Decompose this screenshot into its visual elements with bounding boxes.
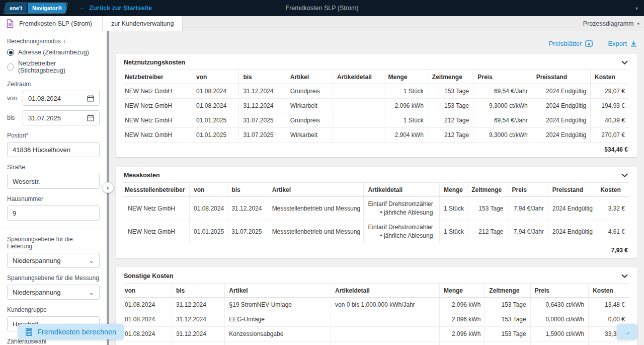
back-arrow-icon: ← — [79, 5, 86, 12]
column-header: von — [124, 284, 172, 298]
spannung-lieferung-select[interactable]: Niederspannung ⌄ — [7, 253, 100, 268]
topbar-caret-down-icon[interactable]: ▾ — [635, 6, 638, 11]
next-page-button[interactable]: → — [617, 324, 637, 339]
table-cell: §19 StromNEV Umlage — [225, 298, 331, 312]
calendar-icon[interactable] — [87, 95, 94, 102]
table-cell: 31.12.2024 — [172, 341, 224, 345]
table-row: NEW Netz GmbH01.08.202431.12.2024Grundpr… — [124, 84, 629, 99]
date-to-input[interactable]: 31.07.2025 — [23, 110, 100, 125]
document-icon — [6, 19, 14, 28]
table-cell: 1 Stück — [439, 220, 467, 243]
column-header: Kosten — [591, 70, 629, 84]
enet-navigator-logo: ene't Navigator® — [4, 3, 68, 13]
table-cell: NEW Netz GmbH — [124, 113, 192, 128]
table-cell: 2024 Endgültig — [548, 220, 596, 243]
preisblaetter-link[interactable]: Preisblätter — [549, 40, 593, 47]
chevron-down-icon[interactable] — [620, 273, 629, 279]
column-header: Artikel — [286, 70, 333, 84]
column-header: von — [190, 183, 227, 197]
column-header: Menge — [439, 284, 485, 298]
table-cell: 29,07 € — [591, 84, 629, 99]
table-cell: NEW Netz GmbH — [124, 197, 190, 220]
table-cell — [333, 84, 384, 99]
table-cell: 01.08.2024 — [192, 99, 239, 113]
column-header: Artikeldetail — [333, 70, 384, 84]
column-header: Preisstand — [532, 70, 590, 84]
back-to-start-link[interactable]: ← Zurück zur Startseite — [79, 5, 152, 12]
chevron-down-icon[interactable] — [620, 59, 629, 65]
logo-brand: ene't — [5, 3, 27, 13]
prozessdiagramm-label: Prozessdiagramm — [583, 20, 634, 27]
table-cell: Messstellenbetrieb und Messung — [268, 197, 364, 220]
postort-value: 41836 Hückelhoven — [13, 146, 70, 154]
table-cell: 2.096 kWh — [439, 312, 485, 327]
column-header: Preisstand — [548, 183, 596, 197]
table-cell: 153 Tage — [428, 99, 473, 113]
strasse-value: Weserstr. — [13, 178, 40, 185]
column-header: Preis — [508, 183, 548, 197]
tab-zur-kundenverwaltung[interactable]: zur Kundenverwaltung — [103, 16, 183, 31]
table-cell: 31.07.2025 — [239, 128, 286, 143]
table-cell: 2.096 kWh — [439, 327, 485, 341]
strasse-input[interactable]: Weserstr. — [7, 174, 100, 189]
table-cell: 31.12.2024 — [172, 312, 224, 327]
hausnummer-input[interactable]: 9 — [7, 205, 100, 221]
radio-netzbetreiber-stichtagsbezug[interactable]: Netzbetreiber (Stichtagsbezug) — [7, 60, 100, 74]
required-asterisk: * — [26, 132, 29, 139]
table-cell — [331, 312, 440, 327]
sonstige-kosten-table: vonbisArtikelArtikeldetailMengeZeitmenge… — [124, 283, 629, 345]
table-row: 01.08.202431.12.2024KWK-Umlageab 0 kWh/J… — [124, 341, 629, 345]
table-cell: 31.12.2024 — [239, 84, 286, 99]
strasse-label: Straße — [7, 164, 100, 171]
table-cell: 01.01.2025 — [192, 113, 239, 128]
table-cell: 0,6430 ct/kWh — [530, 298, 588, 312]
table-cell — [331, 327, 440, 341]
spannung-messung-select[interactable]: Niederspannung ⌄ — [7, 285, 100, 300]
selected-value: Niederspannung — [13, 257, 60, 264]
sidebar-rail[interactable]: ‹ — [107, 31, 109, 345]
table-cell: 153 Tage — [485, 298, 530, 312]
export-link[interactable]: Export — [608, 40, 637, 47]
postort-input[interactable]: 41836 Hückelhoven — [7, 142, 100, 157]
table-cell: von 0 bis 1.000.000 kWh/Jahr — [331, 298, 440, 312]
chevron-down-icon[interactable] — [620, 172, 629, 178]
actions-row: Preisblätter Export — [116, 38, 637, 49]
info-icon[interactable]: i — [64, 37, 65, 45]
tab-fremdkosten-slp-strom[interactable]: Fremdkosten SLP (Strom) — [0, 16, 103, 31]
calculate-button-label: Fremdkosten berechnen — [37, 328, 116, 336]
date-to-value: 31.07.2025 — [28, 114, 61, 122]
column-header: Netzbetreiber — [124, 70, 192, 84]
table-row: NEW Netz GmbH01.01.202531.07.2025Wirkarb… — [124, 128, 629, 143]
tab-label: zur Kundenverwaltung — [111, 20, 174, 27]
table-cell: 2.096 kWh — [384, 99, 428, 113]
table-cell: 31.12.2024 — [172, 298, 224, 312]
table-cell: 153 Tage — [485, 341, 530, 345]
radio-adresse-zeitraumbezug[interactable]: Adresse (Zeitraumbezug) — [7, 49, 100, 56]
selected-value: Niederspannung — [13, 289, 60, 296]
radio-label: Adresse (Zeitraumbezug) — [18, 49, 89, 56]
date-from-value: 01.08.2024 — [28, 95, 61, 102]
column-header: Artikeldetail — [331, 284, 440, 298]
chevron-left-icon: ‹ — [107, 184, 109, 191]
prozessdiagramm-link[interactable]: Prozessdiagramm ▾ — [583, 16, 644, 31]
table-cell: 31.12.2024 — [239, 99, 286, 113]
fremdkosten-berechnen-button[interactable]: Fremdkosten berechnen — [18, 324, 124, 339]
download-icon — [630, 40, 637, 47]
table-cell: 7,94 €/Jahr — [508, 220, 548, 243]
date-from-input[interactable]: 01.08.2024 — [23, 91, 100, 106]
calendar-icon[interactable] — [87, 114, 94, 121]
messkosten-total: 7,93 € — [124, 243, 629, 258]
table-cell: Wirkarbeit — [286, 128, 333, 143]
table-cell: 9,3000 ct/kWh — [473, 99, 532, 113]
table-cell: 270,07 € — [591, 128, 629, 143]
table-cell — [333, 113, 384, 128]
spannung-messung-label: Spannungsebene für die Messung — [7, 274, 100, 282]
table-cell: Wirkarbeit — [286, 99, 333, 113]
berechnungsmodus-label: Berechnungsmodus i — [7, 37, 100, 45]
sidebar-collapse-button[interactable]: ‹ — [103, 182, 113, 193]
radio-label: Netzbetreiber (Stichtagsbezug) — [18, 60, 100, 74]
table-cell: 01.08.2024 — [124, 327, 172, 341]
caret-down-icon: ▾ — [637, 21, 639, 26]
column-header: bis — [239, 70, 286, 84]
netznutzungskosten-card: Netznutzungskosten NetzbetreibervonbisAr… — [116, 54, 637, 157]
